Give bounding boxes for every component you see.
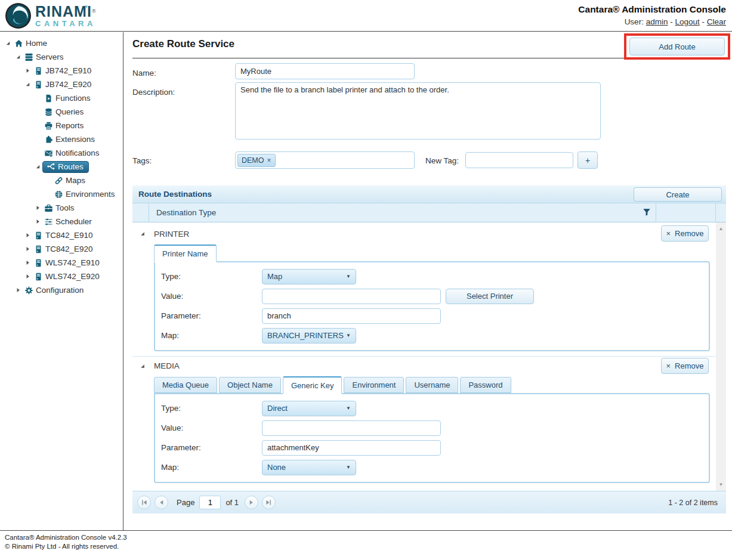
- sidebar-item-configuration[interactable]: Configuration: [0, 283, 123, 297]
- collapse-arrow-icon[interactable]: [4, 39, 13, 48]
- last-page-button[interactable]: [262, 496, 276, 509]
- sidebar-item-extensions[interactable]: Extensions: [0, 132, 123, 146]
- expand-arrow-icon[interactable]: [33, 204, 42, 212]
- tab-media-queue[interactable]: Media Queue: [154, 377, 217, 393]
- tag-chip: DEMO ×: [237, 154, 276, 167]
- sidebar-item-maps[interactable]: Maps: [0, 174, 123, 187]
- remove-destination-button[interactable]: × Remove: [661, 225, 709, 242]
- add-route-button[interactable]: Add Route: [629, 38, 725, 55]
- destination-row-printer[interactable]: PRINTER × Remove: [132, 224, 716, 243]
- sidebar-item-scheduler[interactable]: Scheduler: [0, 215, 123, 228]
- map-dropdown[interactable]: BRANCH_PRINTERS ▼: [262, 328, 356, 344]
- sidebar-item-environments[interactable]: Environments: [0, 187, 123, 201]
- tab-object-name[interactable]: Object Name: [219, 377, 281, 393]
- expand-arrow-icon[interactable]: [14, 286, 23, 295]
- server-icon: [33, 245, 43, 253]
- rinami-swirl-logo-icon: [5, 2, 32, 29]
- footer-version-line: Cantara® Administration Console v4.2.3: [5, 533, 727, 542]
- filter-icon[interactable]: [643, 208, 651, 218]
- sidebar-item-routes[interactable]: Routes: [0, 160, 123, 174]
- description-textarea[interactable]: Send the file to a branch label printer …: [235, 82, 601, 140]
- grid-panel-title: Route Destinations: [138, 190, 212, 199]
- route-destinations-grid: Route Destinations Create Destination Ty…: [132, 185, 726, 513]
- scroll-up-icon[interactable]: ▲: [716, 226, 726, 231]
- create-destination-button[interactable]: Create: [634, 187, 722, 202]
- parameter-input[interactable]: [262, 440, 441, 456]
- sidebar-item-queries[interactable]: Queries: [0, 105, 123, 119]
- vertical-scrollbar[interactable]: ▲ ▼: [716, 222, 726, 491]
- puzzle-icon: [44, 135, 53, 144]
- type-dropdown[interactable]: Direct ▼: [262, 401, 356, 416]
- rinami-cantara-logo: RINAMI®▼ CANTARA: [5, 2, 97, 29]
- tab-environment[interactable]: Environment: [344, 377, 404, 393]
- first-page-button[interactable]: [137, 496, 151, 509]
- value-input[interactable]: [262, 420, 441, 436]
- sidebar-item-jb742-e910[interactable]: JB742_E910: [0, 64, 123, 78]
- sidebar-item-tc842-e920[interactable]: TC842_E920: [0, 242, 123, 256]
- sidebar-item-servers[interactable]: Servers: [0, 50, 123, 64]
- scroll-down-icon[interactable]: ▼: [716, 482, 726, 487]
- sidebar-item-jb742-e920[interactable]: JB742_E920: [0, 78, 123, 91]
- collapse-arrow-icon[interactable]: [33, 163, 42, 171]
- sidebar-item-reports[interactable]: Reports: [0, 119, 123, 132]
- collapse-arrow-icon[interactable]: [23, 81, 32, 89]
- destination-type-cell: PRINTER: [154, 230, 189, 239]
- printer-icon: [44, 121, 53, 130]
- tab-generic-key[interactable]: Generic Key: [283, 376, 342, 394]
- expand-arrow-icon[interactable]: [23, 259, 32, 267]
- tag-remove-icon[interactable]: ×: [267, 156, 271, 165]
- sidebar-item-wls742-e920[interactable]: WLS742_E920: [0, 270, 123, 283]
- expand-arrow-icon[interactable]: [23, 231, 32, 240]
- new-tag-input[interactable]: [465, 152, 573, 168]
- expand-arrow-icon[interactable]: [23, 273, 32, 281]
- tab-printer-name[interactable]: Printer Name: [154, 245, 217, 262]
- grid-body: PRINTER × Remove Printer Name Type:: [132, 222, 726, 491]
- tab-username[interactable]: Username: [406, 377, 458, 393]
- printer-tabstrip: Printer Name: [154, 243, 710, 261]
- add-tag-button[interactable]: +: [577, 151, 598, 169]
- sidebar-item-notifications[interactable]: Notifications: [0, 146, 123, 160]
- tags-label: Tags:: [132, 156, 152, 165]
- sidebar-item-tools[interactable]: Tools: [0, 201, 123, 215]
- sidebar-item-functions[interactable]: Functions: [0, 91, 123, 105]
- mail-icon: [44, 148, 53, 157]
- collapse-arrow-icon[interactable]: [14, 53, 23, 61]
- app-header: RINAMI®▼ CANTARA Cantara® Administration…: [0, 0, 732, 32]
- next-page-button[interactable]: [245, 496, 258, 509]
- name-input[interactable]: [235, 63, 415, 79]
- collapse-arrow-icon[interactable]: [138, 363, 147, 369]
- route-icon: [46, 162, 55, 171]
- sidebar-item-tc842-e910[interactable]: TC842_E910: [0, 228, 123, 242]
- parameter-input[interactable]: [262, 308, 441, 324]
- logout-link[interactable]: Logout: [675, 17, 699, 26]
- red-annotation-highlight: Add Route: [624, 33, 730, 60]
- type-label: Type:: [161, 404, 262, 413]
- sidebar-item-wls742-e910[interactable]: WLS742_E910: [0, 256, 123, 270]
- destination-row-media[interactable]: MEDIA × Remove: [132, 356, 716, 375]
- grid-column-header-row: Destination Type: [132, 203, 726, 222]
- globe-icon: [54, 190, 63, 199]
- media-tabstrip: Media Queue Object Name Generic Key Envi…: [154, 375, 710, 393]
- user-name-link[interactable]: admin: [646, 17, 668, 26]
- tags-input-box[interactable]: DEMO ×: [235, 151, 415, 169]
- sidebar-item-home[interactable]: Home: [0, 36, 123, 50]
- select-printer-button[interactable]: Select Printer: [446, 289, 534, 304]
- expand-arrow-icon[interactable]: [33, 218, 42, 226]
- expand-arrow-icon[interactable]: [23, 245, 32, 253]
- expand-arrow-icon[interactable]: [23, 67, 32, 75]
- tag-chip-label: DEMO: [242, 156, 264, 165]
- remove-destination-button[interactable]: × Remove: [661, 358, 709, 374]
- description-label: Description:: [132, 88, 175, 97]
- map-label: Map:: [161, 463, 262, 472]
- clear-link[interactable]: Clear: [707, 17, 726, 26]
- collapse-arrow-icon[interactable]: [138, 231, 147, 237]
- page-number-input[interactable]: [199, 496, 221, 509]
- map-dropdown[interactable]: None ▼: [262, 460, 356, 475]
- selected-item-highlight[interactable]: Routes: [42, 161, 89, 173]
- tab-password[interactable]: Password: [460, 377, 511, 393]
- close-icon: ×: [666, 229, 671, 238]
- chevron-down-icon: ▼: [346, 406, 351, 411]
- type-dropdown[interactable]: Map ▼: [262, 269, 356, 284]
- previous-page-button[interactable]: [155, 496, 168, 509]
- value-input[interactable]: [262, 289, 441, 304]
